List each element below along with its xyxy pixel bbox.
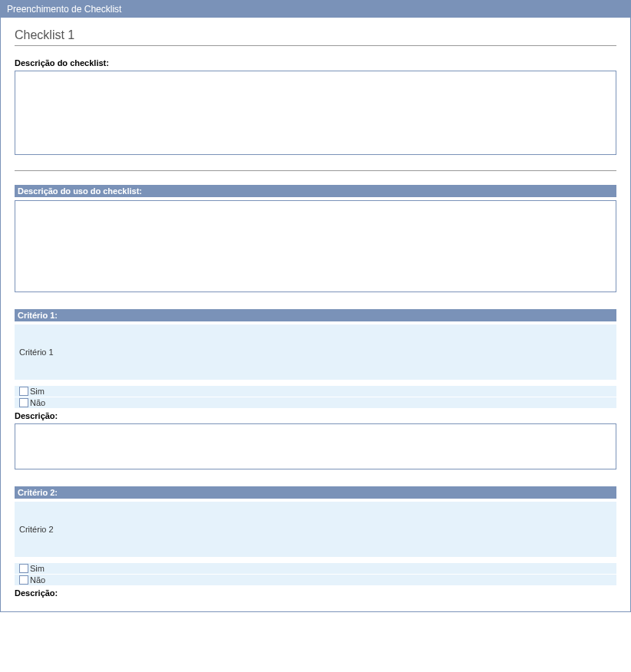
criterion-2-no-row: Não — [15, 575, 616, 585]
criterion-1-no-label: Não — [30, 398, 45, 407]
description-textarea[interactable] — [15, 71, 616, 155]
criterion-2-yes-label: Sim — [30, 564, 45, 573]
criterion-1-no-checkbox[interactable] — [19, 398, 28, 407]
criterion-2-no-checkbox[interactable] — [19, 575, 28, 585]
checklist-window: Preenchimento de Checklist Checklist 1 D… — [0, 0, 631, 612]
divider — [15, 170, 616, 171]
description-label: Descrição do checklist: — [15, 58, 616, 68]
page-title: Checklist 1 — [15, 28, 616, 46]
criterion-1-yes-label: Sim — [30, 387, 45, 396]
criterion-1-header: Critério 1: — [15, 309, 616, 321]
criterion-1-yes-row: Sim — [15, 386, 616, 397]
criterion-2-text: Critério 2 — [15, 502, 616, 557]
criterion-2-yes-checkbox[interactable] — [19, 564, 28, 573]
usage-section-header: Descrição do uso do checklist: — [15, 185, 616, 197]
criterion-2-no-label: Não — [30, 575, 45, 585]
criterion-1-no-row: Não — [15, 397, 616, 408]
window-titlebar: Preenchimento de Checklist — [1, 1, 630, 18]
criterion-1-text: Critério 1 — [15, 324, 616, 380]
criterion-2-yes-row: Sim — [15, 563, 616, 574]
criterion-1-desc-label: Descrição: — [15, 411, 616, 420]
window-content: Checklist 1 Descrição do checklist: Desc… — [1, 18, 630, 611]
criterion-2-header: Critério 2: — [15, 486, 616, 499]
window-title: Preenchimento de Checklist — [7, 4, 121, 15]
usage-textarea[interactable] — [15, 200, 616, 292]
criterion-1-yes-checkbox[interactable] — [19, 387, 28, 396]
criterion-1-desc-textarea[interactable] — [15, 423, 616, 469]
criterion-2-desc-label: Descrição: — [15, 588, 616, 598]
